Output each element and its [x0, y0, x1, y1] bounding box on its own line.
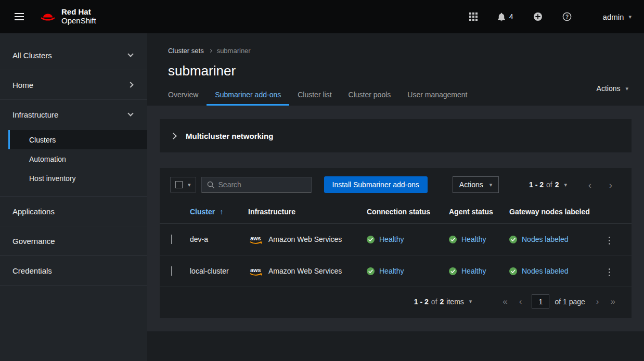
- multicluster-networking-title: Multicluster networking: [186, 132, 273, 140]
- current-page-input[interactable]: [532, 294, 549, 308]
- bulk-select-dropdown[interactable]: ▾: [170, 177, 196, 192]
- connection-status: Healthy: [367, 267, 444, 275]
- aws-logo-icon: aws: [248, 266, 264, 276]
- sidebar-section-credentials: Credentials: [0, 256, 147, 286]
- brand-text: Red Hat OpenShift: [61, 8, 96, 25]
- search-input[interactable]: [218, 180, 306, 189]
- gateway-nodes-label[interactable]: Nodes labeled: [522, 267, 569, 275]
- apps-grid-button[interactable]: [467, 10, 480, 23]
- table-actions-dropdown[interactable]: Actions ▾: [453, 176, 499, 193]
- infrastructure-cell: aws Amazon Web Services: [248, 266, 362, 276]
- check-circle-icon: [509, 267, 517, 275]
- tab-user-management[interactable]: User management: [399, 85, 475, 106]
- column-header-infrastructure: Infrastructure: [248, 201, 367, 224]
- sidebar-item-clusters[interactable]: Clusters: [8, 130, 147, 149]
- infrastructure-subnav: Clusters Automation Host inventory: [8, 129, 147, 196]
- row-checkbox[interactable]: [171, 266, 172, 276]
- caret-down-icon: ▾: [490, 182, 493, 188]
- sidebar-section-home: Home: [0, 70, 147, 100]
- pagination-total: 2: [440, 298, 444, 306]
- notifications-button[interactable]: 4: [495, 10, 516, 23]
- agent-status: Healthy: [449, 235, 504, 243]
- agent-status-label[interactable]: Healthy: [461, 235, 486, 243]
- tab-overview[interactable]: Overview: [168, 85, 207, 106]
- infrastructure-label: Amazon Web Services: [268, 235, 342, 243]
- row-kebab-menu[interactable]: [604, 266, 614, 279]
- tab-submariner-add-ons[interactable]: Submariner add-ons: [207, 85, 289, 106]
- sidebar-item-infrastructure[interactable]: Infrastructure: [0, 100, 147, 129]
- previous-page-button[interactable]: ‹: [513, 297, 528, 306]
- user-menu[interactable]: admin ▾: [603, 12, 632, 21]
- multicluster-networking-expandable[interactable]: Multicluster networking: [160, 119, 632, 152]
- search-field: [201, 177, 312, 192]
- sort-ascending-icon: ↑: [220, 208, 223, 216]
- row-kebab-menu[interactable]: [604, 234, 614, 247]
- bottom-pagination: 1 - 2 of 2 items ▾ « ‹ of 1 page › »: [160, 287, 632, 318]
- notification-count-badge: 4: [509, 12, 513, 21]
- row-checkbox[interactable]: [171, 235, 172, 244]
- nav-toggle-button[interactable]: [12, 10, 26, 23]
- quick-create-button[interactable]: [531, 10, 545, 23]
- last-page-button[interactable]: »: [605, 297, 621, 306]
- redhat-fedora-icon: [38, 7, 57, 26]
- previous-page-button[interactable]: ‹: [579, 180, 600, 190]
- install-submariner-button[interactable]: Install Submariner add-ons: [324, 176, 428, 193]
- sidebar-item-label: Credentials: [12, 266, 52, 275]
- page-title: submariner: [168, 63, 632, 79]
- agent-status-label[interactable]: Healthy: [461, 267, 486, 275]
- sort-by-cluster-button[interactable]: Cluster ↑: [190, 208, 223, 216]
- tab-cluster-pools[interactable]: Cluster pools: [340, 85, 400, 106]
- gateway-nodes-label[interactable]: Nodes labeled: [522, 235, 569, 243]
- sidebar-item-credentials[interactable]: Credentials: [0, 256, 147, 285]
- check-circle-icon: [367, 267, 375, 275]
- chevron-down-icon: [127, 51, 133, 57]
- sidebar-item-label: Clusters: [29, 136, 56, 144]
- table-row: dev-a aws Amazon Web Services: [160, 224, 632, 255]
- help-circle-icon: ?: [562, 12, 572, 21]
- main-content: Cluster sets submariner submariner Actio…: [147, 33, 644, 361]
- sidebar-item-host-inventory[interactable]: Host inventory: [8, 169, 147, 188]
- chevron-right-icon: [127, 82, 133, 87]
- first-page-button[interactable]: «: [497, 297, 513, 306]
- page-navigation: « ‹ of 1 page › »: [497, 294, 621, 308]
- svg-text:aws: aws: [250, 235, 261, 241]
- sidebar-item-label: Infrastructure: [12, 110, 58, 119]
- submariner-table-card: ▾ Install Submariner add-ons Actions ▾: [160, 168, 632, 318]
- pagination-range-menu[interactable]: 1 - 2 of 2 ▾: [529, 180, 567, 189]
- next-page-button[interactable]: ›: [590, 297, 605, 306]
- page-actions-dropdown[interactable]: Actions ▾: [597, 84, 628, 93]
- connection-status-label[interactable]: Healthy: [379, 267, 404, 275]
- sidebar-item-label: Applications: [12, 207, 55, 216]
- content-section: Multicluster networking ▾: [147, 106, 644, 331]
- check-circle-icon: [367, 236, 375, 243]
- items-per-page-menu[interactable]: 1 - 2 of 2 items ▾: [414, 298, 472, 306]
- sidebar-item-applications[interactable]: Applications: [0, 197, 147, 226]
- column-header-gateway-nodes: Gateway nodes labeled: [509, 201, 604, 224]
- page-header: Cluster sets submariner submariner Actio…: [147, 33, 644, 106]
- pagination-of-label: of: [431, 298, 437, 306]
- sidebar: All Clusters Home Infrastructure Cluster…: [0, 33, 147, 361]
- pagination-range: 1 - 2: [414, 298, 429, 306]
- sidebar-item-governance[interactable]: Governance: [0, 226, 147, 255]
- tab-cluster-list[interactable]: Cluster list: [289, 85, 340, 106]
- sidebar-item-home[interactable]: Home: [0, 70, 147, 99]
- cluster-selector-dropdown[interactable]: All Clusters: [0, 41, 147, 70]
- sidebar-item-automation[interactable]: Automation: [8, 149, 147, 169]
- table-row: local-cluster aws Amazon Web Services: [160, 255, 632, 287]
- connection-status-label[interactable]: Healthy: [379, 235, 404, 243]
- plus-circle-icon: [533, 12, 543, 21]
- brand-line1: Red Hat: [61, 8, 96, 17]
- caret-down-icon: ▾: [188, 182, 191, 188]
- bulk-select-checkbox[interactable]: [175, 181, 183, 188]
- sidebar-section-applications: Applications: [0, 197, 147, 226]
- infrastructure-label: Amazon Web Services: [268, 267, 342, 275]
- column-header-agent-status: Agent status: [449, 201, 509, 224]
- pagination-of-label: of: [546, 180, 552, 189]
- tab-bar: Overview Submariner add-ons Cluster list…: [168, 85, 632, 106]
- next-page-button[interactable]: ›: [600, 180, 621, 190]
- help-button[interactable]: ?: [560, 10, 574, 23]
- breadcrumb-cluster-sets[interactable]: Cluster sets: [168, 47, 204, 55]
- connection-status: Healthy: [367, 235, 444, 243]
- check-circle-icon: [449, 236, 457, 243]
- openshift-logo[interactable]: Red Hat OpenShift: [38, 7, 96, 26]
